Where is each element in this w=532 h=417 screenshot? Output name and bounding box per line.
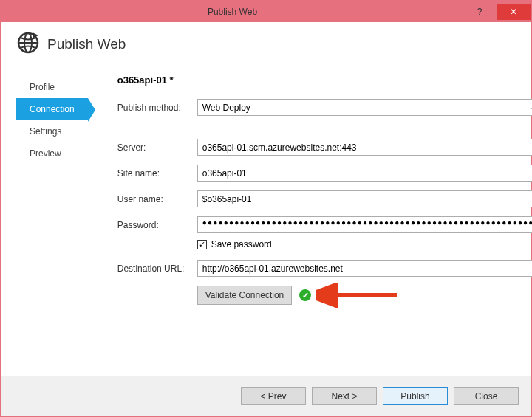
titlebar[interactable]: Publish Web ? ✕ bbox=[1, 1, 531, 22]
save-password-label: Save password bbox=[211, 239, 272, 249]
page-title: Publish Web bbox=[47, 36, 126, 52]
sidebar-item-profile[interactable]: Profile bbox=[16, 76, 88, 98]
divider bbox=[117, 125, 532, 125]
dialog-footer: < Prev Next > Publish Close bbox=[1, 376, 531, 416]
prev-button[interactable]: < Prev bbox=[241, 387, 306, 405]
success-check-icon: ✓ bbox=[299, 289, 311, 301]
annotation-arrow-icon bbox=[316, 283, 404, 308]
close-window-button[interactable]: ✕ bbox=[497, 4, 531, 20]
user-name-label: User name: bbox=[117, 194, 197, 204]
save-password-checkbox[interactable]: ✓ bbox=[197, 240, 207, 249]
globe-icon bbox=[16, 31, 40, 57]
chevron-down-icon: ⌄ bbox=[530, 103, 532, 111]
publish-button[interactable]: Publish bbox=[383, 387, 448, 405]
server-label: Server: bbox=[117, 142, 197, 153]
password-label: Password: bbox=[117, 220, 197, 230]
publish-method-value: Web Deploy bbox=[202, 103, 250, 113]
publish-method-select[interactable]: Web Deploy ⌄ bbox=[197, 99, 532, 116]
destination-url-label: Destination URL: bbox=[117, 263, 197, 274]
connection-panel: o365api-01 * Publish method: Web Deploy … bbox=[88, 73, 532, 305]
check-icon: ✓ bbox=[199, 241, 205, 249]
profile-name: o365api-01 * bbox=[117, 75, 532, 86]
sidebar-item-preview[interactable]: Preview bbox=[16, 142, 88, 165]
validate-connection-button[interactable]: Validate Connection bbox=[197, 286, 293, 305]
window-title: Publish Web bbox=[1, 7, 463, 17]
sidebar-item-settings[interactable]: Settings bbox=[16, 120, 88, 142]
sidebar-item-label: Settings bbox=[30, 126, 61, 137]
sidebar-item-label: Connection bbox=[30, 104, 75, 114]
sidebar-item-label: Preview bbox=[30, 148, 61, 159]
publish-web-dialog: Publish Web ? ✕ Publish Web Profile bbox=[0, 0, 532, 417]
sidebar-item-label: Profile bbox=[30, 82, 55, 92]
destination-url-input[interactable] bbox=[197, 260, 532, 277]
site-name-input[interactable] bbox=[197, 165, 532, 182]
server-input[interactable] bbox=[197, 139, 532, 156]
sidebar-item-connection[interactable]: Connection bbox=[16, 98, 88, 120]
wizard-steps-sidebar: Profile Connection Settings Preview bbox=[16, 73, 88, 305]
user-name-input[interactable] bbox=[197, 190, 532, 207]
site-name-label: Site name: bbox=[117, 168, 197, 179]
help-button[interactable]: ? bbox=[463, 4, 496, 19]
next-button[interactable]: Next > bbox=[312, 387, 377, 405]
password-input[interactable]: ●●●●●●●●●●●●●●●●●●●●●●●●●●●●●●●●●●●●●●●●… bbox=[197, 216, 532, 233]
close-icon: ✕ bbox=[510, 7, 517, 17]
close-button[interactable]: Close bbox=[454, 387, 519, 405]
publish-method-label: Publish method: bbox=[117, 103, 197, 113]
